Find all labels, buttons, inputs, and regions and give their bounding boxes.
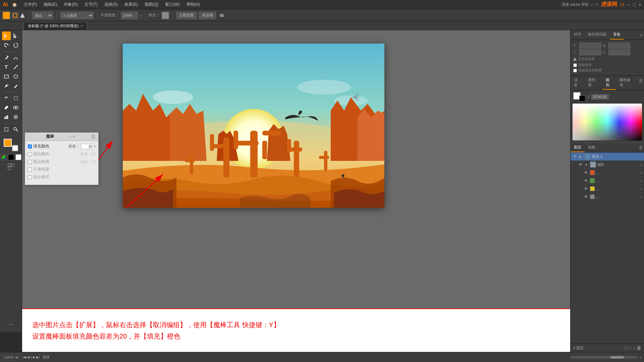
last-page[interactable]: ▶| — [36, 355, 40, 359]
layer-group-2[interactable]: 👁 ▶ 图层 2 ○ — [571, 153, 644, 161]
eye-icon-layer2[interactable]: 👁 — [573, 154, 578, 159]
preferences-btn[interactable]: 首选项 — [199, 12, 216, 19]
transform-tool[interactable] — [11, 94, 20, 103]
003-circle[interactable]: ○ — [640, 163, 642, 167]
menu-view[interactable]: 视图(Q) — [142, 1, 161, 8]
color2-circle[interactable]: ○ — [640, 179, 642, 183]
right-panel-close[interactable]: × — [639, 30, 644, 40]
stroke-weight-checkbox[interactable] — [28, 160, 32, 164]
stroke-options[interactable] — [20, 13, 25, 18]
more-tools[interactable]: ··· — [8, 321, 13, 328]
expand-003[interactable]: ▼ — [585, 163, 589, 167]
layer-color-1[interactable]: 👁 ... ○ — [581, 169, 644, 177]
tolerance-arrow[interactable]: › — [94, 144, 96, 149]
menu-edit[interactable]: 编辑(E) — [41, 1, 60, 8]
blend-mode-label[interactable]: 混合模式 — [28, 174, 96, 180]
select-tool[interactable] — [2, 32, 11, 40]
layers-panel-menu[interactable]: ☰ — [638, 143, 644, 152]
magic-wand-tool[interactable] — [2, 41, 11, 50]
line-tool[interactable] — [11, 63, 20, 71]
stroke-color-checkbox[interactable] — [28, 152, 32, 156]
ellipse-tool[interactable] — [11, 72, 20, 81]
magic-panel-close[interactable]: × — [72, 134, 75, 139]
color-panel-menu[interactable]: ☰ — [638, 76, 644, 90]
tab-close[interactable]: × — [81, 24, 83, 28]
eye-dropper-tool[interactable] — [2, 103, 11, 112]
tab-color[interactable]: 颜色 — [602, 76, 616, 90]
color4-circle[interactable]: ○ — [640, 195, 642, 199]
opacity-arrow[interactable]: › — [140, 13, 142, 18]
curvature-tool[interactable] — [11, 53, 20, 62]
direct-select-tool[interactable] — [11, 32, 20, 40]
scale-effects-checkbox[interactable] — [573, 69, 577, 72]
style-preview[interactable] — [162, 12, 169, 19]
hex-value[interactable]: EF9D2E — [591, 94, 609, 100]
graph-tool[interactable] — [2, 113, 11, 121]
zoom-tool[interactable] — [11, 125, 20, 134]
menu-window[interactable]: 窗口(W) — [162, 1, 182, 8]
prev-page[interactable]: ◀ — [27, 355, 30, 359]
layer-move-up[interactable]: ↑ — [629, 345, 632, 351]
tab-artboard[interactable]: 画板 — [585, 143, 599, 152]
next-page[interactable]: ▶ — [33, 355, 36, 359]
menu-effect[interactable]: 效果(E) — [122, 1, 141, 8]
blend-select[interactable]: 插边： — [32, 12, 53, 19]
fill-color-label[interactable]: 填充颜色 — [28, 143, 68, 149]
document-tab[interactable]: 未标题-1* @ 100% (RGB/预览) × — [23, 22, 87, 30]
layer-color-4[interactable]: 👁 ... ○ — [581, 193, 644, 201]
window-maximize[interactable]: □ — [633, 2, 636, 7]
lasso-tool[interactable] — [11, 41, 20, 50]
window-close[interactable]: × — [639, 2, 641, 7]
opacity-input[interactable] — [121, 12, 138, 19]
pencil-tool[interactable] — [11, 81, 20, 90]
artboard-tool[interactable] — [2, 125, 11, 134]
foreground-color[interactable] — [4, 139, 12, 147]
fill-color-swatch[interactable] — [3, 12, 10, 19]
menu-text[interactable]: 文字(T) — [82, 1, 100, 8]
opacity-checkbox[interactable] — [28, 168, 32, 172]
x-input[interactable] — [579, 43, 601, 49]
doc-settings-btn[interactable]: 文档设置 — [176, 12, 197, 19]
tab-align[interactable]: 对齐 — [571, 30, 585, 40]
color1-circle[interactable]: ○ — [640, 171, 642, 175]
constrain-checkbox[interactable] — [573, 63, 577, 67]
menu-select[interactable]: 选择(S) — [102, 1, 120, 8]
eye-color1[interactable]: 👁 — [583, 170, 589, 175]
type-tool[interactable]: T — [2, 63, 11, 71]
layer-comp[interactable] — [7, 162, 15, 171]
y-input[interactable] — [579, 49, 601, 55]
layer-add-btn[interactable]: □ — [625, 345, 628, 351]
points-select[interactable]: 3 点圆形 — [60, 12, 94, 19]
tab-pathfinder[interactable]: 路径查找器 — [585, 30, 610, 40]
black-mode[interactable] — [8, 154, 14, 160]
pen-tool[interactable] — [2, 53, 11, 62]
stroke-color-label[interactable]: 描边颜色 — [28, 151, 80, 157]
layer2-circle[interactable]: ○ — [640, 155, 642, 159]
magic-panel-collapse[interactable]: ─ — [69, 135, 71, 138]
layer-color-2[interactable]: 👁 ... ○ — [581, 177, 644, 185]
layer-move-down[interactable]: ↓ — [633, 345, 635, 351]
tolerance-value[interactable]: 20 — [81, 144, 94, 149]
black-swatch[interactable] — [579, 96, 585, 102]
magic-panel-menu[interactable]: ☰ — [91, 134, 96, 139]
expand-layer2[interactable]: ▶ — [579, 155, 583, 159]
w-input[interactable] — [608, 43, 630, 49]
fill-color-checkbox[interactable] — [28, 144, 32, 148]
color-spectrum-container[interactable] — [571, 104, 644, 142]
menu-file[interactable]: 文件(F) — [21, 1, 40, 8]
color-spectrum[interactable] — [573, 104, 642, 140]
layer-delete-btn[interactable]: 🗑 — [637, 345, 641, 351]
eye-color4[interactable]: 👁 — [583, 194, 589, 199]
rect-tool[interactable] — [2, 72, 11, 81]
menu-object[interactable]: 对象(O) — [61, 1, 80, 8]
layer-003[interactable]: 👁 ▼ 003 ○ — [576, 161, 644, 169]
stroke-weight-label[interactable]: 描边粗细 — [28, 159, 80, 165]
color3-circle[interactable]: ○ — [640, 187, 642, 191]
background-color[interactable] — [12, 145, 18, 152]
toolbar-extra[interactable] — [218, 12, 225, 19]
paintbrush-tool[interactable] — [2, 81, 11, 90]
rotate-tool[interactable] — [2, 94, 11, 103]
layer-color-3[interactable]: 👁 ... ○ — [581, 185, 644, 193]
eye-icon-003[interactable]: 👁 — [578, 162, 583, 167]
tab-layers[interactable]: 图层 — [571, 143, 585, 152]
